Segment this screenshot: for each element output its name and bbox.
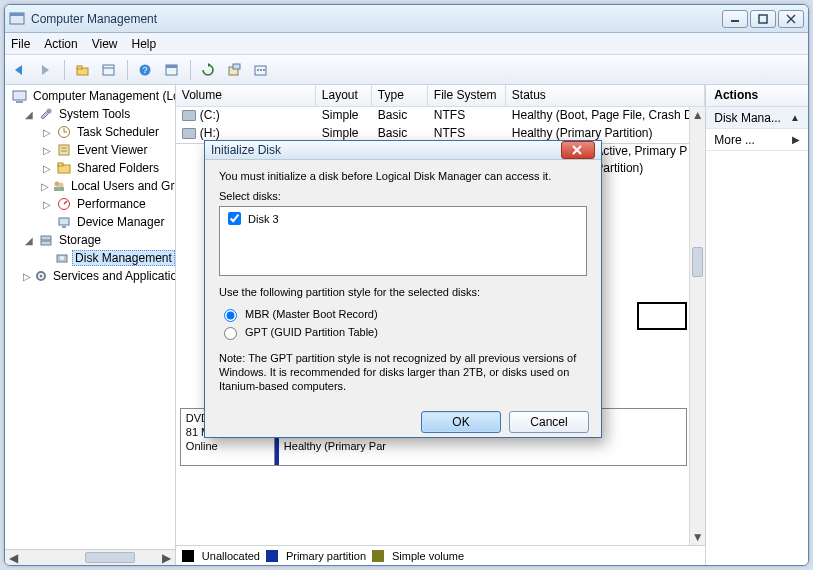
disk-icon bbox=[55, 250, 69, 266]
dialog-titlebar[interactable]: Initialize Disk bbox=[205, 141, 601, 160]
svg-rect-38 bbox=[41, 236, 51, 240]
svg-rect-3 bbox=[759, 15, 767, 23]
svg-point-41 bbox=[60, 256, 64, 260]
nav-tree[interactable]: Computer Management (Local ◢ System Tool… bbox=[5, 85, 176, 565]
gpt-radio[interactable] bbox=[224, 327, 237, 340]
cancel-button[interactable]: Cancel bbox=[509, 411, 589, 433]
svg-rect-39 bbox=[41, 241, 51, 245]
svg-rect-15 bbox=[233, 64, 240, 69]
tree-task-scheduler[interactable]: ▷Task Scheduler bbox=[5, 123, 175, 141]
dialog-message: You must initialize a disk before Logica… bbox=[219, 170, 587, 182]
actions-more[interactable]: More ...▶ bbox=[706, 129, 808, 151]
svg-rect-8 bbox=[103, 65, 114, 75]
tree-services[interactable]: ▷Services and Applications bbox=[5, 267, 175, 285]
back-button[interactable] bbox=[9, 59, 31, 81]
perf-icon bbox=[56, 196, 72, 212]
help-button[interactable]: ? bbox=[135, 59, 157, 81]
svg-rect-1 bbox=[10, 13, 24, 16]
svg-rect-33 bbox=[54, 187, 64, 191]
svg-point-22 bbox=[47, 109, 52, 114]
chevron-right-icon: ▶ bbox=[792, 134, 800, 145]
close-button[interactable] bbox=[778, 10, 804, 28]
extra-button[interactable] bbox=[250, 59, 272, 81]
tree-root[interactable]: Computer Management (Local bbox=[5, 87, 175, 105]
volume-list-header[interactable]: Volume Layout Type File System Status bbox=[176, 85, 705, 107]
titlebar[interactable]: Computer Management bbox=[5, 5, 808, 33]
tree-event-viewer[interactable]: ▷Event Viewer bbox=[5, 141, 175, 159]
swatch-primary bbox=[266, 550, 278, 562]
actions-header: Actions bbox=[706, 85, 808, 107]
dialog-note: Note: The GPT partition style is not rec… bbox=[219, 352, 587, 393]
legend: Unallocated Primary partition Simple vol… bbox=[176, 545, 705, 565]
clock-icon bbox=[56, 124, 72, 140]
volume-row[interactable]: (C:) Simple Basic NTFS Healthy (Boot, Pa… bbox=[176, 107, 705, 125]
svg-rect-20 bbox=[13, 91, 26, 100]
settings-button[interactable] bbox=[224, 59, 246, 81]
disk-select-list[interactable]: Disk 3 bbox=[219, 206, 587, 276]
svg-rect-7 bbox=[77, 66, 82, 69]
tools-icon bbox=[38, 106, 54, 122]
gpt-option[interactable]: GPT (GUID Partition Table) bbox=[219, 324, 587, 340]
event-icon bbox=[56, 142, 72, 158]
col-status[interactable]: Status bbox=[506, 85, 705, 106]
svg-rect-26 bbox=[59, 145, 69, 155]
up-button[interactable] bbox=[72, 59, 94, 81]
tree-storage[interactable]: ◢Storage bbox=[5, 231, 175, 249]
tree-system-tools[interactable]: ◢ System Tools bbox=[5, 105, 175, 123]
drive-icon bbox=[182, 110, 196, 121]
minimize-button[interactable] bbox=[722, 10, 748, 28]
svg-rect-13 bbox=[166, 65, 177, 68]
tree-local-users[interactable]: ▷Local Users and Groups bbox=[5, 177, 175, 195]
partition-peek[interactable] bbox=[637, 302, 687, 330]
properties-button[interactable] bbox=[98, 59, 120, 81]
mbr-option[interactable]: MBR (Master Boot Record) bbox=[219, 306, 587, 322]
maximize-button[interactable] bbox=[750, 10, 776, 28]
swatch-unallocated bbox=[182, 550, 194, 562]
svg-point-32 bbox=[59, 183, 64, 188]
dialog-title: Initialize Disk bbox=[211, 143, 281, 157]
tree-hscrollbar[interactable]: ◀▶ bbox=[5, 549, 175, 565]
select-disks-label: Select disks: bbox=[219, 190, 587, 202]
tree-device-manager[interactable]: Device Manager bbox=[5, 213, 175, 231]
disk3-checkbox[interactable] bbox=[228, 212, 241, 225]
swatch-simple bbox=[372, 550, 384, 562]
dialog-close-button[interactable] bbox=[561, 141, 595, 159]
svg-text:?: ? bbox=[142, 65, 147, 75]
mbr-radio[interactable] bbox=[224, 309, 237, 322]
menu-help[interactable]: Help bbox=[132, 37, 157, 51]
refresh-button[interactable] bbox=[198, 59, 220, 81]
svg-rect-37 bbox=[62, 226, 66, 228]
view-button[interactable] bbox=[161, 59, 183, 81]
col-volume[interactable]: Volume bbox=[176, 85, 316, 106]
svg-point-19 bbox=[263, 69, 265, 71]
tree-performance[interactable]: ▷Performance bbox=[5, 195, 175, 213]
col-fs[interactable]: File System bbox=[428, 85, 506, 106]
menu-action[interactable]: Action bbox=[44, 37, 77, 51]
initialize-disk-dialog: Initialize Disk You must initialize a di… bbox=[204, 140, 602, 438]
device-icon bbox=[56, 214, 72, 230]
tree-shared-folders[interactable]: ▷Shared Folders bbox=[5, 159, 175, 177]
actions-context[interactable]: Disk Mana...▲ bbox=[706, 107, 808, 129]
svg-point-18 bbox=[260, 69, 262, 71]
svg-point-17 bbox=[257, 69, 259, 71]
folder-icon bbox=[56, 160, 72, 176]
col-type[interactable]: Type bbox=[372, 85, 428, 106]
svg-rect-36 bbox=[59, 218, 69, 225]
disk-checkbox-row[interactable]: Disk 3 bbox=[224, 209, 582, 228]
forward-button[interactable] bbox=[35, 59, 57, 81]
storage-icon bbox=[38, 232, 54, 248]
col-layout[interactable]: Layout bbox=[316, 85, 372, 106]
menubar: File Action View Help bbox=[5, 33, 808, 55]
computer-icon bbox=[12, 88, 28, 104]
app-icon bbox=[9, 11, 25, 27]
tree-disk-management[interactable]: Disk Management bbox=[5, 249, 175, 267]
services-icon bbox=[34, 268, 48, 284]
menu-file[interactable]: File bbox=[11, 37, 30, 51]
toolbar: ? bbox=[5, 55, 808, 85]
menu-view[interactable]: View bbox=[92, 37, 118, 51]
center-vscrollbar[interactable]: ▲▼ bbox=[689, 107, 705, 545]
ok-button[interactable]: OK bbox=[421, 411, 501, 433]
collapse-icon: ▲ bbox=[790, 112, 800, 123]
svg-rect-21 bbox=[16, 101, 23, 103]
window-title: Computer Management bbox=[31, 12, 722, 26]
